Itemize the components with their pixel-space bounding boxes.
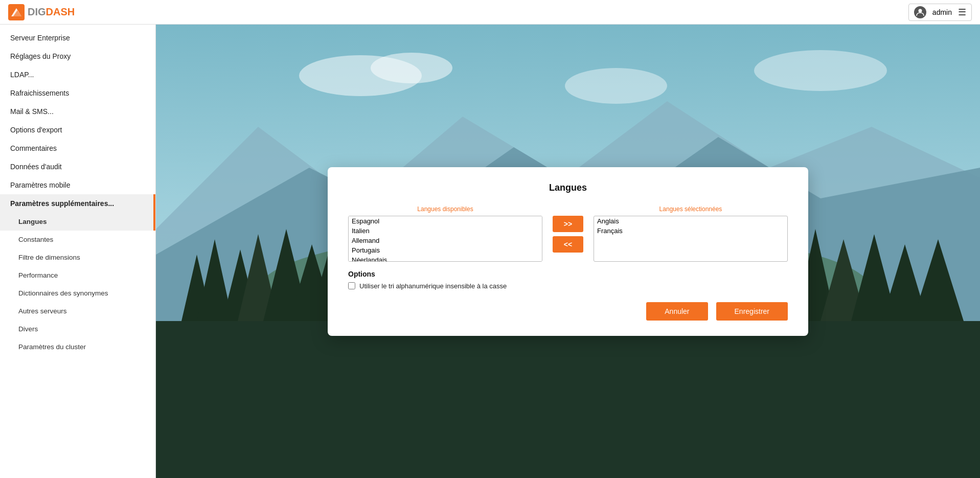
sidebar-item-langues[interactable]: Langues [0,213,155,231]
enregistrer-button[interactable]: Enregistrer [716,302,788,321]
sidebar-item-dictionnaires-synonymes[interactable]: Dictionnaires des synonymes [0,284,155,302]
sidebar-item-reglages-proxy[interactable]: Réglages du Proxy [0,47,155,65]
list-option-anglais[interactable]: Anglais [594,216,787,226]
sidebar-item-serveur-enterprise[interactable]: Serveur Enterprise [0,29,155,47]
sidebar-item-constantes[interactable]: Constantes [0,231,155,248]
sidebar-item-performance[interactable]: Performance [0,266,155,284]
selected-languages-list[interactable]: Anglais Français [594,216,788,262]
list-option-espagnol[interactable]: Espagnol [349,216,542,226]
user-avatar-icon [914,6,926,18]
langues-dialog: Langues Langues disponibles Espagnol Ita… [328,167,808,336]
alphanumeric-checkbox[interactable] [348,282,355,289]
list-option-italien[interactable]: Italien [349,226,542,236]
annuler-button[interactable]: Annuler [646,302,708,321]
selected-languages-section: Langues sélectionnées Anglais Français [594,206,788,262]
transfer-buttons: >> << [553,206,583,253]
header: DIGDASH admin ☰ [0,0,980,25]
user-label: admin [932,8,952,16]
sidebar-item-donnees-audit[interactable]: Données d'audit [0,157,155,176]
dialog-overlay: Langues Langues disponibles Espagnol Ita… [156,25,980,478]
dialog-title: Langues [348,183,788,193]
sidebar-item-rafraichissements[interactable]: Rafraichissements [0,84,155,102]
dialog-footer: Annuler Enregistrer [348,302,788,321]
add-language-button[interactable]: >> [553,216,583,232]
alphanumeric-label: Utiliser le tri alphanumérique insensibl… [359,282,507,290]
sidebar-item-divers[interactable]: Divers [0,320,155,338]
sidebar-item-parametres-cluster[interactable]: Paramètres du cluster [0,338,155,356]
list-option-portugais[interactable]: Portugais [349,245,542,255]
sidebar-item-autres-serveurs[interactable]: Autres serveurs [0,302,155,320]
logo-icon [8,4,25,20]
logo-text: DIGDASH [28,6,75,18]
options-label: Options [348,270,788,278]
sidebar-item-commentaires[interactable]: Commentaires [0,139,155,157]
user-menu[interactable]: admin ☰ [908,4,972,21]
sidebar-item-filtre-dimensions[interactable]: Filtre de dimensions [0,248,155,266]
available-languages-section: Langues disponibles Espagnol Italien All… [348,206,542,262]
available-label: Langues disponibles [348,206,542,213]
sidebar-item-parametres-mobile[interactable]: Paramètres mobile [0,176,155,194]
list-option-allemand[interactable]: Allemand [349,236,542,245]
selected-label: Langues sélectionnées [594,206,788,213]
list-option-neerlandais[interactable]: Néerlandais [349,255,542,262]
main-content: Langues Langues disponibles Espagnol Ita… [156,25,980,478]
sidebar-item-mail-sms[interactable]: Mail & SMS... [0,102,155,121]
dialog-body: Langues disponibles Espagnol Italien All… [348,206,788,262]
layout: Serveur Enterprise Réglages du Proxy LDA… [0,25,980,478]
sidebar-item-parametres-supplementaires[interactable]: Paramètres supplémentaires... [0,194,155,213]
sidebar-item-options-export[interactable]: Options d'export [0,121,155,139]
sidebar: Serveur Enterprise Réglages du Proxy LDA… [0,25,156,478]
available-languages-list[interactable]: Espagnol Italien Allemand Portugais Néer… [348,216,542,262]
hamburger-icon[interactable]: ☰ [958,7,966,18]
alphanumeric-option: Utiliser le tri alphanumérique insensibl… [348,282,788,290]
logo: DIGDASH [8,4,75,20]
options-section: Options Utiliser le tri alphanumérique i… [348,270,788,290]
svg-point-3 [918,9,922,12]
sidebar-item-ldap[interactable]: LDAP... [0,65,155,84]
list-option-francais[interactable]: Français [594,226,787,236]
remove-language-button[interactable]: << [553,236,583,253]
